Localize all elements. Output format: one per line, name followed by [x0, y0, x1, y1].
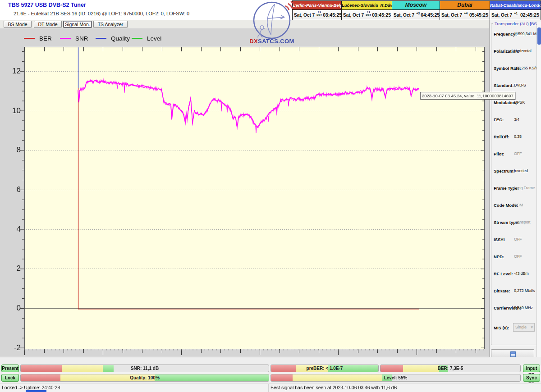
dxsatcs-logo: DXSATCS.COM	[246, 0, 298, 46]
sidebar-row-fec: FEC:3/4	[490, 117, 541, 123]
mis-label: MIS (0):	[494, 325, 509, 330]
statusbar: Locked -> Uptime: 24:40:28 Best signal h…	[0, 383, 541, 392]
world-clocks: Berlin-Paris-Vienna-Belgrade Sat, Oct 7 …	[292, 0, 541, 20]
utc-offset: +1 DST	[316, 11, 322, 16]
y-axis-label: 12	[1, 67, 21, 75]
clock-date: Sat, Oct 7	[491, 13, 512, 18]
signal-status-bars: Present SNR: 11,1 dB preBER: < 1.0E-7 BE…	[0, 357, 541, 383]
row-value: Transport	[514, 220, 530, 224]
best-signal-status: Best signal has been seen at 2023-10-06 …	[270, 385, 397, 390]
sidebar-row-code-mode: Code Mode:CCM	[490, 203, 541, 209]
input-ts-button[interactable]: Input TS	[523, 365, 540, 372]
quality-bar-label: Quality: 100%	[21, 374, 269, 381]
lock-uptime-status: Locked -> Uptime: 24:40:28	[2, 385, 60, 390]
clock-city-label: Rabat-Casablanca-London	[490, 1, 541, 10]
quality-bar: Quality: 100%	[20, 374, 269, 382]
row-value: 0,249 MHz	[514, 305, 533, 310]
sidebar-row-stream-type: Stream type:Transport	[490, 220, 541, 226]
legend-item-ber: BER	[24, 34, 52, 43]
clock-time-row: Sat, Oct 7 +4 05:45:25	[440, 10, 490, 20]
legend-label: BER	[39, 35, 52, 42]
clock-time-row: Sat, Oct 7 +3 04:45:25	[392, 10, 440, 20]
sidebar-scrollbar[interactable]	[536, 22, 541, 357]
sidebar-row-frame-type: Frame Type:Long Frame	[490, 186, 541, 192]
tuner-settings-subtitle: 21.6E - Eutelsat 21B SES 16 (ID: 0216) @…	[14, 11, 189, 16]
lock-button[interactable]: Lock	[1, 374, 19, 382]
offset-value: +1	[514, 12, 518, 15]
logo-rest: SATCS.COM	[258, 38, 294, 45]
row-label: RF Level:	[494, 271, 513, 276]
signal-chart-canvas[interactable]	[0, 28, 489, 357]
sidebar-row-frequency: Frequency:11599,341 MHz	[490, 32, 541, 38]
row-value: 0,272 Mbit/s	[514, 288, 535, 293]
row-label: Frequency:	[494, 32, 517, 36]
ber-bar-label: BER: 7,3E-5	[381, 365, 520, 372]
row-value: QPSK	[514, 100, 525, 105]
clock-time-row: Sat, Oct 7 +1 DST 03:45:25	[293, 10, 341, 20]
row-label: Standard:	[494, 83, 513, 88]
chevron-down-icon: ▾	[531, 324, 533, 331]
row-label: FEC:	[494, 117, 504, 122]
satellite-dish-icon	[246, 0, 298, 39]
clock-berlin: Berlin-Paris-Vienna-Belgrade Sat, Oct 7 …	[292, 0, 342, 20]
mis-dropdown[interactable]: Single ▾	[513, 323, 535, 332]
row-label: BitRate:	[494, 288, 510, 293]
taskbar-peek-strip	[26, 390, 46, 392]
sidebar-row-symbol-rate: Symbol Rate:185,265 KS/s	[490, 66, 541, 72]
present-button[interactable]: Present	[1, 365, 19, 372]
chart-value-tooltip: 2023-10-07 03.45.24, value: 11,100000381…	[420, 92, 515, 100]
tab-bs-mode[interactable]: BS Mode	[4, 21, 32, 28]
offset-value: +4	[464, 12, 468, 15]
row-value: Long Frame	[514, 186, 535, 190]
row-label: Spectrum:	[494, 169, 515, 173]
level-line-icon	[132, 38, 142, 39]
sidebar-row-npd: NPD:OFF	[490, 254, 541, 260]
y-axis-label: 6	[1, 186, 21, 194]
tab-dt-mode[interactable]: DT Mode	[34, 21, 62, 28]
sidebar-row-pilot: Pilot:OFF	[490, 151, 541, 158]
row-value: Horizontal	[514, 49, 532, 53]
y-axis-label: 2	[1, 264, 21, 273]
clock-moscow: Moscow Sat, Oct 7 +3 04:45:25	[392, 0, 440, 20]
clock-city-label: Berlin-Paris-Vienna-Belgrade	[293, 1, 341, 10]
row-value: OFF	[514, 254, 522, 259]
clock-city-label: Lučenec-Slovakia_R.Dávid	[342, 1, 392, 10]
clock-time: 03:45:25	[372, 12, 391, 18]
tuner-app-window: { "header": { "title": "TBS 5927 USB DVB…	[0, 0, 541, 392]
y-axis-label: 10	[1, 107, 21, 115]
row-label: RollOff:	[494, 134, 509, 139]
dst-flag: DST	[366, 14, 371, 16]
offset-value: +3	[416, 12, 420, 15]
sidebar-row-bitrate: BitRate:0,272 Mbit/s	[490, 288, 541, 295]
y-axis-label: 4	[1, 225, 21, 233]
legend-item-snr: SNR	[60, 34, 88, 43]
row-value: 0.35	[514, 134, 522, 139]
snr-bar: SNR: 11,1 dB	[20, 365, 269, 372]
sidebar-row-polarization: Polarization:Horizontal	[490, 49, 541, 55]
clock-time: 05:45:25	[469, 12, 488, 18]
level-bar: Level: 55%	[270, 374, 521, 382]
clock-dubai: Dubai Sat, Oct 7 +4 05:45:25	[440, 0, 490, 20]
sidebar-row-modulation: Modulation:QPSK	[490, 100, 541, 106]
sync-ts-button[interactable]: Sync TS	[523, 374, 540, 382]
sidebar-row-rf-level: RF Level:-43 dBm	[490, 271, 541, 278]
preber-bar: preBER: < 1.0E-7	[270, 365, 379, 372]
legend-item-quality: Quality	[96, 34, 130, 43]
snr-bar-label: SNR: 11,1 dB	[21, 365, 269, 372]
row-value: OFF	[514, 151, 522, 156]
y-axis-label: 0	[1, 304, 21, 312]
tab-ts-analyzer[interactable]: TS Analyzer (OK)	[93, 21, 128, 28]
tab-signal-mon[interactable]: Signal Mon.	[63, 21, 92, 28]
row-value: Inverted	[514, 169, 528, 173]
scrollbar-thumb[interactable]	[537, 27, 541, 45]
ber-line-icon	[24, 38, 35, 39]
clock-time: 02:45:25	[520, 12, 539, 18]
ber-bar: BER: 7,3E-5	[380, 365, 521, 372]
clock-date: Sat, Oct 7	[394, 13, 414, 18]
mode-tabstrip: BS Mode DT Mode Signal Mon. TS Analyzer …	[0, 20, 489, 28]
signal-monitor-chart-panel: BER SNR Quality Level 12 10 8 6 4 2 0 -2…	[0, 28, 489, 357]
clock-city-label: Moscow	[392, 1, 440, 10]
y-axis-label: 8	[1, 146, 21, 154]
row-label: NPD:	[494, 254, 504, 259]
clock-time-row: Sat, Oct 7 +1 DST 03:45:25	[342, 10, 392, 20]
